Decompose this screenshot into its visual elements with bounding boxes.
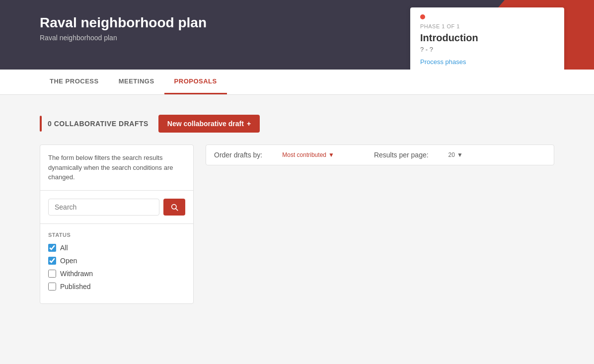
main-content: 0 COLLABORATIVE DRAFTS New collaborative… <box>0 95 594 324</box>
filter-label-open: Open <box>60 257 77 265</box>
filter-checkbox-withdrawn[interactable] <box>48 270 56 278</box>
search-button[interactable] <box>163 199 185 216</box>
filter-label-all: All <box>60 244 68 252</box>
filter-status-label: STATUS <box>48 232 185 238</box>
order-by-chevron-icon: ▼ <box>328 151 334 158</box>
new-draft-button[interactable]: New collaborative draft + <box>158 115 260 133</box>
drafts-header: 0 COLLABORATIVE DRAFTS New collaborative… <box>40 115 554 133</box>
per-page-dropdown[interactable]: 20 ▼ <box>448 151 463 158</box>
new-draft-plus-icon: + <box>247 120 251 128</box>
filter-checkbox-all[interactable] <box>48 244 56 252</box>
page-header: Raval neighborhood plan Raval neighborho… <box>0 0 594 70</box>
nav-item-proposals[interactable]: PROPOSALS <box>164 70 227 94</box>
filter-sidebar: The form below filters the search result… <box>40 145 194 304</box>
results-controls: Order drafts by: Most contributed ▼ Resu… <box>206 145 554 165</box>
filter-checkbox-open[interactable] <box>48 257 56 265</box>
drafts-border-accent <box>40 116 42 132</box>
order-by-dropdown[interactable]: Most contributed ▼ <box>282 151 334 158</box>
per-page-value: 20 <box>448 151 455 158</box>
search-icon <box>170 203 178 211</box>
filter-label-published: Published <box>60 283 91 291</box>
filter-option-open[interactable]: Open <box>48 257 185 265</box>
filter-option-all[interactable]: All <box>48 244 185 252</box>
phase-dot <box>420 14 425 19</box>
order-by-label: Order drafts by: <box>214 151 262 159</box>
filter-label-withdrawn: Withdrawn <box>60 270 93 278</box>
filter-option-withdrawn[interactable]: Withdrawn <box>48 270 185 278</box>
search-input[interactable] <box>48 199 159 216</box>
drafts-title-wrapper: 0 COLLABORATIVE DRAFTS <box>40 116 148 132</box>
svg-line-1 <box>176 209 178 211</box>
filter-status-section: STATUS All Open Withdrawn Published <box>40 224 193 303</box>
nav-item-the-process[interactable]: THE PROCESS <box>40 70 109 94</box>
nav-item-meetings[interactable]: MEETINGS <box>109 70 164 94</box>
phase-link[interactable]: Process phases <box>420 58 466 66</box>
filter-option-published[interactable]: Published <box>48 283 185 291</box>
filter-search-row <box>40 191 193 224</box>
per-page-label: Results per page: <box>374 151 429 159</box>
filter-info-text: The form below filters the search result… <box>40 145 193 191</box>
phase-dates: ? - ? <box>420 46 554 53</box>
drafts-count-title: 0 COLLABORATIVE DRAFTS <box>48 120 148 128</box>
content-row: The form below filters the search result… <box>40 145 554 304</box>
filter-checkbox-published[interactable] <box>48 283 56 291</box>
results-area: Order drafts by: Most contributed ▼ Resu… <box>206 145 554 175</box>
new-draft-button-label: New collaborative draft <box>167 120 244 128</box>
phase-card: PHASE 1 OF 1 Introduction ? - ? Process … <box>410 7 564 70</box>
per-page-chevron-icon: ▼ <box>457 151 463 158</box>
order-by-value: Most contributed <box>282 151 326 158</box>
nav-bar: THE PROCESS MEETINGS PROPOSALS <box>0 70 594 95</box>
phase-label: PHASE 1 OF 1 <box>420 23 554 29</box>
phase-name: Introduction <box>420 32 554 44</box>
